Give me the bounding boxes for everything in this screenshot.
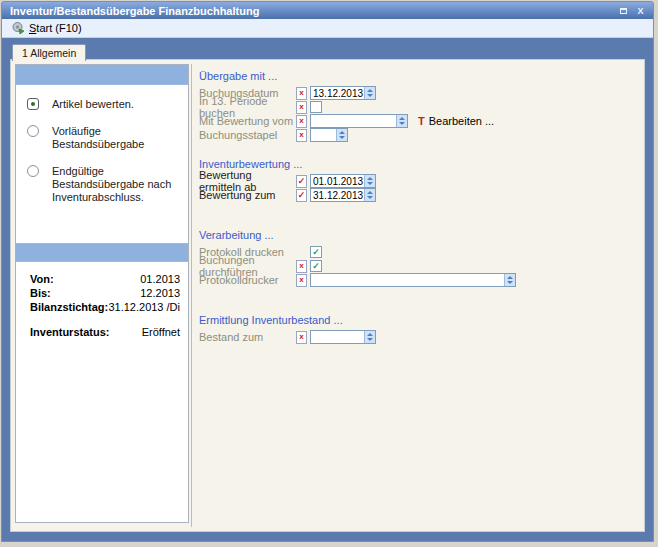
edit-text-icon: T: [418, 115, 425, 127]
summary-value: 31.12.2013 /Di: [108, 301, 180, 314]
summary-label: Bis:: [30, 287, 51, 300]
confirm-field-icon[interactable]: ✓: [296, 189, 307, 202]
left-header-bar-middle: [16, 243, 188, 262]
section-title-uebergabe: Übergabe mit ...: [199, 70, 640, 82]
field-label: Mit Bewertung vom: [199, 115, 296, 127]
spinner-button[interactable]: [364, 87, 375, 99]
row-buchungen-durchfuehren: Buchungen durchführen x ✓: [199, 259, 640, 273]
left-column: Artikel bewerten. Vorläufige Bestandsübe…: [15, 64, 189, 523]
summary-label: Inventurstatus:: [30, 326, 109, 339]
field-label: Bestand zum: [199, 331, 296, 343]
row-bestand-zum: Bestand zum x: [199, 330, 640, 344]
start-button-label: Start (F10): [29, 22, 82, 34]
row-bewertung-zum: Bewertung zum ✓ 31.12.2013 /Di: [199, 188, 640, 202]
summary-label: Von:: [30, 273, 54, 286]
option-label: Vorläufige Bestandsübergabe: [52, 125, 184, 151]
spinner-button[interactable]: [364, 331, 375, 343]
check-icon: ✓: [312, 248, 320, 257]
confirm-field-icon[interactable]: ✓: [296, 175, 307, 188]
buchungen-checkbox-checked[interactable]: ✓: [310, 260, 322, 272]
field-label: Buchungsstapel: [199, 129, 296, 141]
field-label: Bewertung zum: [199, 189, 296, 201]
restore-button[interactable]: [616, 4, 631, 17]
spinner-button[interactable]: [336, 129, 347, 141]
row-mit-bewertung: Mit Bewertung vom x T Bearbeiten ...: [199, 114, 640, 128]
clear-field-icon[interactable]: x: [296, 274, 307, 287]
period-summary: Von: 01.2013 Bis: 12.2013 Bilanzstichtag…: [16, 262, 188, 522]
option-label: Endgültige Bestandsübergabe nach Inventu…: [52, 165, 184, 204]
spinner-button[interactable]: [364, 189, 375, 201]
radio-icon[interactable]: [27, 125, 39, 137]
main-area: 1 Allgemein Artikel bewerten. Vorläufige…: [2, 38, 653, 541]
option-vorlaeufige-uebergabe[interactable]: Vorläufige Bestandsübergabe: [25, 125, 184, 151]
radio-icon[interactable]: [27, 165, 39, 177]
restore-icon: [620, 8, 627, 14]
app-window: Inventur/Bestandsübergabe Finanzbuchhalt…: [1, 1, 654, 542]
summary-row-von: Von: 01.2013: [30, 273, 180, 286]
clear-field-icon[interactable]: x: [296, 331, 307, 344]
check-icon: ✓: [312, 262, 320, 271]
spinner-button[interactable]: [504, 274, 515, 286]
clear-field-icon[interactable]: x: [296, 129, 307, 142]
bewertung-ab-field[interactable]: 01.01.2013 /Di: [310, 174, 376, 188]
close-icon: X: [637, 6, 643, 16]
title-bar: Inventur/Bestandsübergabe Finanzbuchhalt…: [2, 2, 653, 19]
buchungsstapel-field[interactable]: [310, 128, 348, 142]
radio-selected-icon[interactable]: [27, 98, 39, 110]
mode-option-group: Artikel bewerten. Vorläufige Bestandsübe…: [16, 85, 188, 243]
row-13-periode: In 13. Periode buchen x: [199, 100, 640, 114]
summary-value: Eröffnet: [142, 326, 180, 339]
row-buchungsstapel: Buchungsstapel x: [199, 128, 640, 142]
left-stack: Artikel bewerten. Vorläufige Bestandsübe…: [15, 64, 189, 523]
section-title-ermittlung: Ermittlung Inventurbestand ...: [199, 314, 640, 326]
left-header-bar-top: [16, 65, 188, 85]
form-area: Übergabe mit ... Buchungsdatum x 13.12.2…: [191, 64, 640, 527]
clear-field-icon[interactable]: x: [296, 87, 307, 100]
option-label: Artikel bewerten.: [52, 98, 184, 111]
clear-field-icon[interactable]: x: [296, 115, 307, 128]
protokolldrucker-field[interactable]: [310, 273, 516, 287]
summary-value: 12.2013: [140, 287, 180, 300]
spinner-button[interactable]: [364, 175, 375, 187]
tab-row: 1 Allgemein: [10, 42, 645, 59]
clear-field-icon[interactable]: x: [296, 260, 307, 273]
mit-bewertung-field[interactable]: [310, 114, 408, 128]
start-icon: [11, 21, 25, 35]
buchungsdatum-field[interactable]: 13.12.2013 /Fr: [310, 86, 376, 100]
bearbeiten-link[interactable]: T Bearbeiten ...: [418, 115, 494, 127]
close-button[interactable]: X: [633, 4, 648, 17]
content-panel: Artikel bewerten. Vorläufige Bestandsübe…: [10, 59, 645, 532]
spinner-button[interactable]: [396, 115, 407, 127]
option-artikel-bewerten[interactable]: Artikel bewerten.: [25, 98, 184, 111]
summary-value: 01.2013: [140, 273, 180, 286]
option-endgueltige-uebergabe[interactable]: Endgültige Bestandsübergabe nach Inventu…: [25, 165, 184, 204]
row-bewertung-ab: Bewertung ermitteln ab ✓ 01.01.2013 /Di: [199, 174, 640, 188]
tab-allgemein[interactable]: 1 Allgemein: [12, 44, 86, 61]
window-title: Inventur/Bestandsübergabe Finanzbuchhalt…: [10, 5, 614, 17]
summary-label: Bilanzstichtag:: [30, 301, 108, 314]
bestand-zum-field[interactable]: [310, 330, 376, 344]
summary-row-bis: Bis: 12.2013: [30, 287, 180, 300]
protokoll-checkbox-checked[interactable]: ✓: [310, 246, 322, 258]
summary-row-bilanzstichtag: Bilanzstichtag: 31.12.2013 /Di: [30, 301, 180, 314]
start-button[interactable]: Start (F10): [6, 20, 87, 36]
bewertung-zum-field[interactable]: 31.12.2013 /Di: [310, 188, 376, 202]
section-title-verarbeitung: Verarbeitung ...: [199, 229, 640, 241]
row-protokolldrucker: Protokolldrucker x: [199, 273, 640, 287]
periode-checkbox-unchecked[interactable]: [310, 101, 322, 113]
icon-spacer: [296, 246, 307, 259]
field-label: Protokolldrucker: [199, 274, 296, 286]
toolbar: Start (F10): [2, 19, 653, 38]
clear-field-icon[interactable]: x: [296, 101, 307, 114]
summary-row-inventurstatus: Inventurstatus: Eröffnet: [30, 326, 180, 339]
bearbeiten-label: Bearbeiten ...: [429, 115, 494, 127]
